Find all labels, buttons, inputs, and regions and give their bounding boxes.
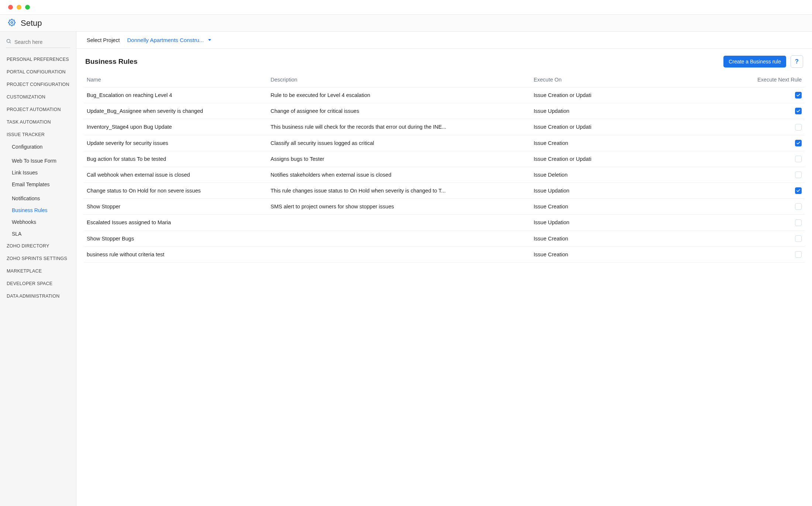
sidebar-section[interactable]: TASK AUTOMATION — [0, 116, 76, 128]
cell-execute-next — [650, 246, 805, 262]
sidebar-section[interactable]: ZOHO SPRINTS SETTINGS — [0, 252, 76, 265]
table-row[interactable]: Bug action for status To be testedAssign… — [84, 151, 805, 167]
execute-next-checkbox[interactable] — [795, 108, 802, 114]
cell-description — [268, 246, 531, 262]
cell-description: Notifies stakeholders when external issu… — [268, 167, 531, 183]
cell-name: Update severity for security issues — [84, 135, 268, 151]
column-header-execute-next[interactable]: Execute Next Rule — [650, 72, 805, 87]
cell-description: Classify all security issues logged as c… — [268, 135, 531, 151]
sidebar-section[interactable]: MARKETPLACE — [0, 265, 76, 277]
select-project-label: Select Project — [87, 37, 120, 43]
execute-next-checkbox[interactable] — [795, 235, 802, 242]
table-row[interactable]: Call webhook when external issue is clos… — [84, 167, 805, 183]
sidebar-item[interactable]: Configuration — [12, 141, 76, 153]
cell-name: Change status to On Hold for non severe … — [84, 183, 268, 199]
maximize-window-icon[interactable] — [25, 5, 30, 10]
sidebar-section[interactable]: CUSTOMIZATION — [0, 91, 76, 103]
sidebar-item[interactable]: SLA — [12, 228, 76, 240]
main-content: Select Project Donnelly Apartments Const… — [76, 32, 812, 506]
page-header: Business Rules Create a Business rule ? — [76, 49, 812, 71]
sidebar-item[interactable]: Business Rules — [12, 204, 76, 216]
table-row[interactable]: Escalated Issues assigned to MariaIssue … — [84, 215, 805, 231]
page-title: Setup — [21, 18, 42, 28]
sidebar-item[interactable]: Notifications — [12, 193, 76, 204]
execute-next-checkbox[interactable] — [795, 187, 802, 194]
search-input[interactable] — [14, 39, 70, 45]
column-header-execute-on[interactable]: Execute On — [531, 72, 650, 87]
sidebar: PERSONAL PREFERENCESPORTAL CONFIGURATION… — [0, 32, 76, 506]
cell-name: business rule without criteria test — [84, 246, 268, 262]
execute-next-checkbox[interactable] — [795, 124, 802, 131]
cell-description: This business rule will check for the re… — [268, 119, 531, 135]
sidebar-section-issue-tracker[interactable]: ISSUE TRACKER — [0, 128, 76, 141]
cell-execute-next — [650, 151, 805, 167]
sidebar-search[interactable] — [6, 37, 70, 48]
project-picker-value: Donnelly Apartments Constru... — [127, 37, 204, 43]
cell-execute-next — [650, 167, 805, 183]
table-row[interactable]: business rule without criteria testIssue… — [84, 246, 805, 262]
business-rules-table: Name Description Execute On Execute Next… — [84, 72, 805, 263]
cell-description: SMS alert to project owners for show sto… — [268, 199, 531, 215]
cell-name: Show Stopper — [84, 199, 268, 215]
cell-execute-on: Issue Creation or Updati — [531, 119, 650, 135]
cell-execute-next — [650, 119, 805, 135]
execute-next-checkbox[interactable] — [795, 140, 802, 146]
sidebar-section[interactable]: DATA ADMINISTRATION — [0, 290, 76, 302]
window-titlebar — [0, 0, 812, 15]
svg-point-0 — [11, 21, 13, 23]
project-picker[interactable]: Donnelly Apartments Constru... — [127, 37, 211, 43]
cell-execute-next — [650, 183, 805, 199]
table-row[interactable]: Update_Bug_Assignee when severity is cha… — [84, 103, 805, 119]
cell-execute-on: Issue Deletion — [531, 167, 650, 183]
execute-next-checkbox[interactable] — [795, 219, 802, 226]
cell-execute-on: Issue Creation — [531, 246, 650, 262]
sidebar-section[interactable]: DEVELOPER SPACE — [0, 277, 76, 290]
table-row[interactable]: Bug_Escalation on reaching Level 4Rule t… — [84, 87, 805, 103]
execute-next-checkbox[interactable] — [795, 251, 802, 258]
execute-next-checkbox[interactable] — [795, 171, 802, 178]
cell-execute-on: Issue Creation — [531, 231, 650, 246]
table-row[interactable]: Show Stopper BugsIssue Creation — [84, 231, 805, 246]
sidebar-item[interactable]: Webhooks — [12, 216, 76, 228]
cell-execute-on: Issue Updation — [531, 215, 650, 231]
cell-execute-on: Issue Updation — [531, 103, 650, 119]
sidebar-item[interactable]: Web To Issue Form — [12, 155, 76, 167]
column-header-name[interactable]: Name — [84, 72, 268, 87]
cell-name: Escalated Issues assigned to Maria — [84, 215, 268, 231]
cell-execute-next — [650, 135, 805, 151]
gear-icon — [8, 19, 16, 28]
sidebar-item[interactable]: Link Issues — [12, 167, 76, 179]
cell-name: Call webhook when external issue is clos… — [84, 167, 268, 183]
sidebar-section[interactable]: PERSONAL PREFERENCES — [0, 53, 76, 66]
cell-execute-on: Issue Updation — [531, 183, 650, 199]
content-title: Business Rules — [85, 58, 138, 66]
sidebar-section[interactable]: PROJECT CONFIGURATION — [0, 78, 76, 91]
cell-execute-on: Issue Creation or Updati — [531, 151, 650, 167]
execute-next-checkbox[interactable] — [795, 203, 802, 210]
create-business-rule-button[interactable]: Create a Business rule — [723, 56, 786, 67]
cell-name: Show Stopper Bugs — [84, 231, 268, 246]
cell-execute-next — [650, 87, 805, 103]
table-row[interactable]: Update severity for security issuesClass… — [84, 135, 805, 151]
sidebar-section[interactable]: PROJECT AUTOMATION — [0, 103, 76, 116]
cell-description: This rule changes issue status to On Hol… — [268, 183, 531, 199]
question-mark-icon: ? — [795, 58, 799, 65]
cell-name: Bug_Escalation on reaching Level 4 — [84, 87, 268, 103]
column-header-description[interactable]: Description — [268, 72, 531, 87]
close-window-icon[interactable] — [8, 5, 13, 10]
table-row[interactable]: Change status to On Hold for non severe … — [84, 183, 805, 199]
search-icon — [6, 38, 11, 45]
table-row[interactable]: Inventory_Stage4 upon Bug UpdateThis bus… — [84, 119, 805, 135]
sidebar-item[interactable]: Email Templates — [12, 179, 76, 190]
table-row[interactable]: Show StopperSMS alert to project owners … — [84, 199, 805, 215]
sidebar-section[interactable]: ZOHO DIRECTORY — [0, 240, 76, 252]
cell-execute-next — [650, 103, 805, 119]
help-button[interactable]: ? — [791, 55, 803, 68]
cell-execute-on: Issue Creation — [531, 199, 650, 215]
minimize-window-icon[interactable] — [17, 5, 21, 10]
execute-next-checkbox[interactable] — [795, 92, 802, 98]
sidebar-section[interactable]: PORTAL CONFIGURATION — [0, 66, 76, 78]
svg-line-2 — [10, 42, 11, 43]
execute-next-checkbox[interactable] — [795, 156, 802, 162]
cell-description — [268, 231, 531, 246]
